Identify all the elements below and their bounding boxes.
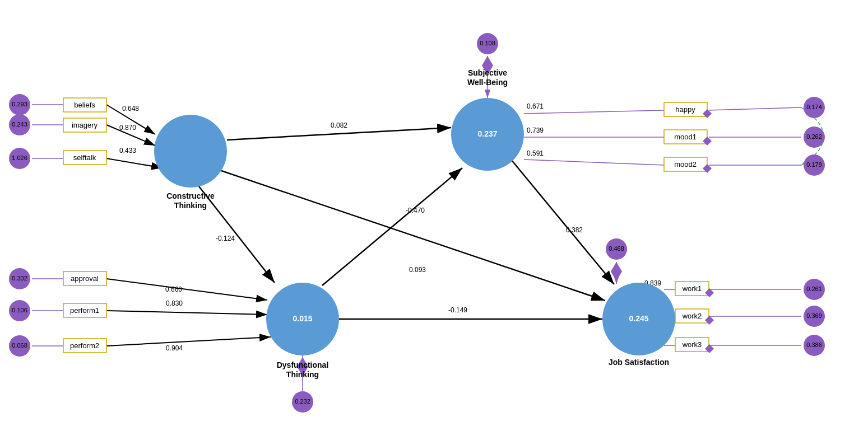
happy-loading-label: 0.671 [527, 102, 544, 110]
selftalk-loading-line [106, 158, 163, 168]
swb-js-label: 0.382 [566, 226, 583, 234]
dt-exo-value: 0.232 [295, 398, 310, 405]
ct-swb-path [227, 128, 451, 140]
swb-js-path [511, 160, 614, 284]
swb-label1: Subjective [468, 68, 507, 77]
swb-label2: Well-Being [467, 78, 508, 87]
dysfunctional-value: 0.015 [293, 314, 312, 323]
approval-label: approval [71, 274, 99, 283]
approval-loading-line [106, 279, 267, 300]
beliefs-label: beliefs [74, 101, 95, 109]
dt-swb-path [322, 168, 462, 285]
approval-loading-label: 0.660 [165, 285, 182, 293]
happy-label: happy [675, 105, 695, 114]
dysfunctional-label1: Dysfunctional [277, 360, 329, 369]
work1-variance-value: 0.261 [806, 285, 822, 292]
selftalk-label: selftalk [73, 153, 96, 162]
path-model-diagram: 0.648 0.870 0.433 0.660 0.830 0.904 0.67… [0, 0, 868, 445]
perform1-loading-label: 0.830 [166, 299, 183, 307]
js-value: 0.245 [629, 314, 648, 323]
mood1-variance-value: 0.262 [806, 133, 822, 140]
constructive-thinking-node [154, 115, 227, 188]
ct-dt-path [199, 186, 275, 283]
js-label: Job Satisfaction [609, 358, 669, 367]
work2-variance-value: 0.369 [806, 312, 822, 319]
happy-loading-line [524, 110, 664, 114]
approval-variance-value: 0.302 [12, 275, 27, 282]
perform1-variance-value: 0.106 [12, 307, 27, 313]
dt-swb-label: -0.470 [406, 207, 425, 214]
beliefs-loading-label: 0.648 [122, 105, 139, 113]
work3-variance-value: 0.386 [806, 341, 822, 348]
swb-value: 0.237 [477, 129, 497, 138]
perform1-label: perform1 [70, 306, 99, 315]
ct-dt-label: -0.124 [216, 235, 235, 242]
imagery-label: imagery [72, 121, 98, 129]
mood2-loading-label: 0.591 [527, 149, 544, 157]
work3-label: work3 [682, 340, 702, 349]
beliefs-variance-value: 0.293 [12, 101, 27, 107]
ct-js-path [221, 171, 605, 301]
perform2-loading-label: 0.904 [166, 344, 183, 352]
constructive-label2: Thinking [174, 201, 207, 210]
mood2-variance-value: 0.179 [806, 161, 822, 168]
happy-small-line [709, 107, 801, 110]
mood2-label: mood2 [674, 160, 697, 168]
swb-exo-value: 0.108 [480, 40, 495, 46]
selftalk-variance-value: 1.026 [12, 154, 27, 161]
ct-js-label: 0.093 [409, 266, 426, 274]
perform1-loading-line [106, 311, 267, 315]
mood1-label: mood1 [674, 133, 697, 141]
work1-label: work1 [682, 284, 702, 293]
mood1-loading-label: 0.739 [527, 127, 544, 134]
happy-variance-value: 0.174 [806, 104, 822, 110]
ct-swb-label: 0.082 [331, 121, 347, 129]
perform2-label: perform2 [70, 341, 99, 350]
constructive-label1: Constructive [166, 191, 215, 200]
dysfunctional-label2: Thinking [286, 370, 319, 379]
perform2-variance-value: 0.068 [12, 342, 27, 349]
imagery-variance-value: 0.243 [12, 121, 27, 128]
dt-js-label: -0.149 [448, 306, 467, 314]
work2-label: work2 [682, 312, 702, 320]
diagram-container: 0.648 0.870 0.433 0.660 0.830 0.904 0.67… [0, 0, 868, 445]
imagery-loading-label: 0.870 [119, 124, 136, 132]
js-exo-value: 0.468 [609, 245, 624, 252]
perform2-loading-line [106, 337, 271, 346]
selftalk-loading-label: 0.433 [119, 147, 136, 154]
js-diamond-top [611, 262, 622, 281]
mood2-loading-line [524, 160, 664, 165]
